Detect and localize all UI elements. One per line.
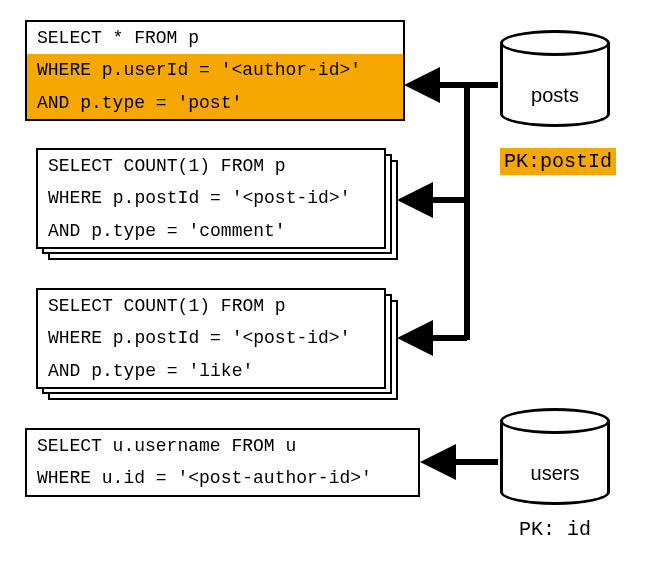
query-line: SELECT COUNT(1) FROM p xyxy=(38,290,384,322)
database-pk: PK: id xyxy=(519,518,591,541)
query-box-2: SELECT COUNT(1) FROM p WHERE p.postId = … xyxy=(36,148,386,249)
query-line: AND p.type = 'post' xyxy=(27,87,403,119)
query-line: WHERE p.postId = '<post-id>' xyxy=(38,322,384,354)
query-box-1: SELECT * FROM p WHERE p.userId = '<autho… xyxy=(25,20,405,121)
query-line: AND p.type = 'like' xyxy=(38,355,384,387)
query-line: SELECT u.username FROM u xyxy=(27,430,418,462)
database-cylinder-icon: users xyxy=(500,408,610,518)
query-line: SELECT * FROM p xyxy=(27,22,403,54)
query-box-4: SELECT u.username FROM u WHERE u.id = '<… xyxy=(25,428,420,497)
query-box-3: SELECT COUNT(1) FROM p WHERE p.postId = … xyxy=(36,288,386,389)
database-cylinder-icon: posts xyxy=(500,30,610,140)
database-label: posts xyxy=(500,84,610,107)
database-posts: posts PK:postId xyxy=(500,30,616,175)
query-line: WHERE p.userId = '<author-id>' xyxy=(27,54,403,86)
query-line: AND p.type = 'comment' xyxy=(38,215,384,247)
database-label: users xyxy=(500,462,610,485)
query-line: WHERE p.postId = '<post-id>' xyxy=(38,182,384,214)
database-pk: PK:postId xyxy=(500,148,616,175)
query-line: SELECT COUNT(1) FROM p xyxy=(38,150,384,182)
database-users: users PK: id xyxy=(500,408,610,541)
query-line: WHERE u.id = '<post-author-id>' xyxy=(27,462,418,494)
